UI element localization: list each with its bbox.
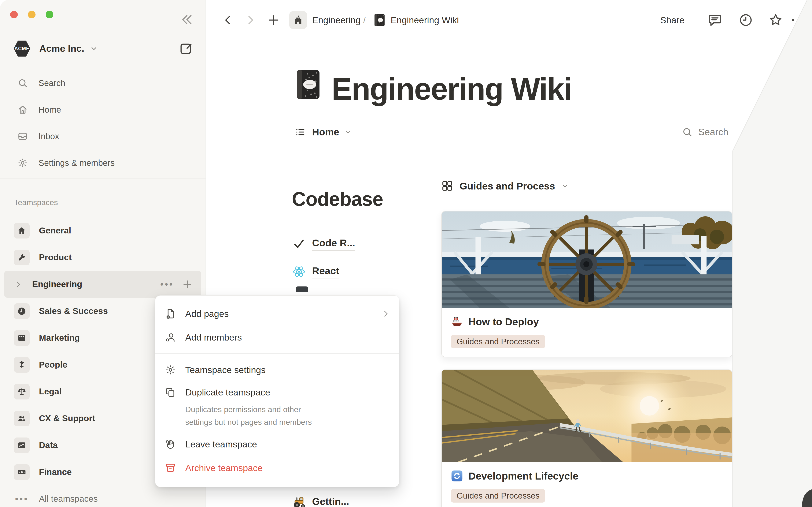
card-title: How to Deploy [468, 316, 539, 328]
sidebar-item-settings[interactable]: Settings & members [0, 150, 206, 176]
minimize-window-button[interactable] [28, 11, 36, 18]
film-icon [17, 333, 27, 343]
back-arrow-icon[interactable] [222, 14, 234, 26]
menu-item-add-pages[interactable]: Add pages [155, 302, 399, 326]
share-button[interactable]: Share [660, 0, 684, 40]
sidebar-item-search[interactable]: Search [0, 70, 206, 96]
ellipsis-icon: ••• [14, 494, 30, 504]
teamspace-building-icon[interactable] [289, 11, 307, 29]
chart-icon [17, 441, 27, 450]
menu-divider [155, 353, 399, 354]
page-search-button[interactable]: Search [682, 118, 728, 146]
gallery-grid-icon [441, 180, 453, 192]
person-flower-icon [17, 360, 27, 370]
house-icon [17, 226, 27, 235]
menu-item-teamspace-settings[interactable]: Teamspace settings [155, 358, 399, 382]
card-development-lifecycle[interactable]: Development Lifecycle Guides and Process… [441, 370, 732, 507]
teamspace-general[interactable]: General [0, 217, 206, 244]
chevron-right-icon[interactable] [14, 280, 22, 289]
new-page-compose-icon[interactable] [179, 41, 194, 56]
page-search-label: Search [698, 126, 728, 137]
history-clock-icon[interactable] [739, 0, 753, 40]
column-heading-codebase: Codebase [292, 188, 398, 210]
notebook-icon [373, 13, 386, 27]
menu-item-archive-teamspace[interactable]: Archive teamspace [155, 456, 399, 480]
page-link-getting-started[interactable]: Gettin... [292, 489, 349, 507]
column-divider [292, 224, 396, 224]
teamspace-more-icon[interactable]: ••• [160, 279, 174, 290]
guides-section-title: Guides and Process [459, 180, 555, 192]
search-icon [17, 78, 28, 88]
zoom-window-button[interactable] [46, 11, 53, 18]
breadcrumb-page[interactable]: Engineering Wiki [391, 15, 459, 25]
teamspace-engineering[interactable]: Engineering ••• [4, 271, 201, 298]
add-page-plus-icon[interactable] [182, 279, 193, 290]
wrench-icon [17, 253, 27, 262]
card-tag: Guides and Processes [451, 489, 545, 503]
partially-hidden-page-icon [296, 286, 308, 292]
view-tab-home[interactable]: Home [295, 118, 352, 146]
add-page-icon [165, 308, 176, 320]
teamspaces-section-label: Teamspaces [14, 198, 58, 207]
card-cover-image [442, 212, 732, 308]
collapse-sidebar-icon[interactable] [179, 13, 193, 26]
notion-app-window: ACME Acme Inc. Search Home Inbox Setting… [0, 0, 812, 507]
sidebar-item-all-teamspaces[interactable]: ••• All teamspaces [0, 486, 206, 507]
favorite-star-icon[interactable] [768, 0, 783, 40]
comments-icon[interactable] [708, 0, 722, 40]
breadcrumb: Engineering / Engineering Wiki [206, 0, 459, 40]
card-tag: Guides and Processes [451, 335, 545, 348]
page-link-label: Gettin... [312, 496, 349, 507]
menu-item-add-members[interactable]: Add members [155, 326, 399, 349]
duplicate-description: Duplicates permissions and other setting… [155, 403, 333, 433]
add-member-icon [165, 332, 176, 343]
home-icon [17, 104, 28, 115]
page-title: Engineering Wiki [332, 71, 571, 107]
codebase-column: Codebase Code R... React [292, 188, 398, 286]
archive-box-icon [165, 462, 176, 473]
notebook-icon [294, 68, 322, 102]
page-link-label: React [312, 265, 339, 278]
react-icon [293, 265, 306, 278]
gear-icon [17, 158, 28, 168]
check-icon [293, 238, 305, 250]
sidebar-item-label: Home [39, 105, 61, 114]
sidebar-item-label: Settings & members [39, 158, 115, 168]
menu-item-leave-teamspace[interactable]: Leave teamspace [155, 433, 399, 456]
page-link-label: Code R... [312, 237, 355, 250]
bulleted-list-icon [295, 126, 306, 137]
menu-item-duplicate-teamspace[interactable]: Duplicate teamspace [155, 382, 399, 403]
sidebar-item-home[interactable]: Home [0, 96, 206, 123]
sidebar-item-label: Inbox [39, 131, 59, 141]
guides-section-header[interactable]: Guides and Process [441, 178, 732, 193]
ship-icon [451, 316, 463, 328]
workspace-switcher[interactable]: ACME Acme Inc. [13, 32, 98, 65]
sidebar-item-label: Search [39, 78, 65, 88]
gear-icon [165, 364, 176, 376]
page-header: Engineering Wiki [294, 68, 571, 107]
teamspace-context-menu: Add pages Add members Teamspace settings… [155, 295, 399, 487]
teamspace-product[interactable]: Product [0, 244, 206, 271]
chevron-down-icon [561, 182, 569, 190]
page-link-react[interactable]: React [292, 258, 398, 286]
page-link-code-review[interactable]: Code R... [292, 230, 398, 258]
card-how-to-deploy[interactable]: How to Deploy Guides and Processes [441, 211, 732, 357]
guides-column: Guides and Process [441, 178, 732, 507]
sidebar-divider [0, 178, 206, 178]
card-cover-image [442, 370, 732, 462]
tractor-icon [293, 496, 305, 507]
close-window-button[interactable] [10, 11, 18, 18]
people-icon [17, 414, 27, 423]
workspace-logo: ACME [13, 40, 31, 57]
waving-hand-icon [165, 439, 176, 450]
chevron-down-icon [344, 128, 352, 136]
forward-arrow-icon[interactable] [245, 14, 256, 26]
more-options-icon[interactable] [790, 0, 807, 40]
banknote-icon [17, 467, 27, 477]
breadcrumb-teamspace[interactable]: Engineering / [312, 15, 366, 25]
sidebar-nav: Search Home Inbox Settings & members [0, 70, 206, 176]
workspace-name: Acme Inc. [39, 43, 84, 54]
sidebar-item-inbox[interactable]: Inbox [0, 123, 206, 150]
guides-divider [441, 201, 732, 201]
new-tab-plus-icon[interactable] [267, 14, 280, 26]
